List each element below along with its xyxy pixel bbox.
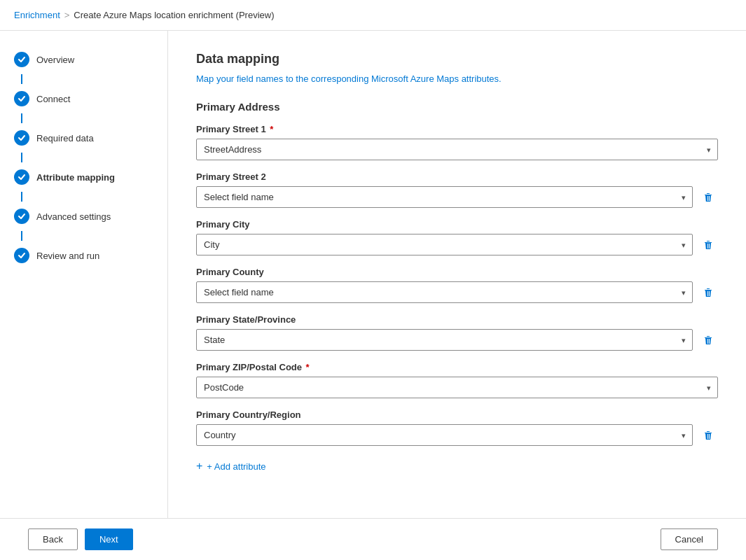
select-wrapper-country: Country ▾	[196, 424, 693, 446]
sidebar-item-review-and-run[interactable]: Review and run	[0, 241, 167, 270]
sidebar-item-review-and-run-label: Review and run	[36, 251, 99, 261]
select-wrapper-street-1: StreetAddress ▾	[196, 139, 718, 160]
label-primary-country: Primary Country/Region	[196, 410, 718, 420]
select-wrapper-state: State ▾	[196, 329, 693, 351]
sidebar-item-advanced-settings-label: Advanced settings	[36, 211, 111, 222]
step-connector-4	[21, 192, 22, 202]
sidebar-item-required-data-label: Required data	[36, 133, 94, 144]
sidebar-item-overview[interactable]: Overview	[0, 45, 167, 74]
section-desc: Map your field names to the correspondin…	[196, 74, 718, 84]
label-primary-state: Primary State/Province	[196, 314, 718, 325]
select-wrapper-street-2: Select field name ▾	[196, 186, 693, 208]
back-button[interactable]: Back	[28, 528, 78, 550]
select-primary-city[interactable]: City	[196, 234, 693, 255]
sidebar: Overview Connect Required data Attribute…	[0, 31, 168, 518]
step-connector-3	[21, 153, 22, 162]
field-row-city: City ▾	[196, 234, 718, 255]
select-primary-country[interactable]: Country	[196, 424, 693, 446]
field-row-county: Select field name ▾	[196, 281, 718, 303]
page-title: Create Azure Maps location enrichment (P…	[74, 10, 274, 20]
step-connector-5	[21, 231, 22, 241]
delete-primary-state-button[interactable]	[698, 330, 718, 350]
breadcrumb-separator: >	[64, 10, 70, 20]
sidebar-item-attribute-mapping-label: Attribute mapping	[36, 172, 115, 183]
sidebar-item-attribute-mapping[interactable]: Attribute mapping	[0, 162, 167, 192]
required-data-check-icon	[14, 130, 29, 146]
required-indicator: *	[270, 124, 273, 134]
field-row-street-1: StreetAddress ▾	[196, 139, 718, 160]
sidebar-item-connect-label: Connect	[36, 94, 70, 104]
step-connector-1	[21, 74, 22, 84]
breadcrumb-link[interactable]: Enrichment	[14, 10, 60, 20]
field-primary-country: Primary Country/Region Country ▾	[196, 410, 718, 446]
overview-check-icon	[14, 52, 29, 67]
field-row-state: State ▾	[196, 329, 718, 351]
field-primary-state: Primary State/Province State ▾	[196, 314, 718, 351]
field-primary-county: Primary County Select field name ▾	[196, 267, 718, 303]
delete-primary-county-button[interactable]	[698, 283, 718, 302]
next-button[interactable]: Next	[85, 528, 133, 550]
field-row-street-2: Select field name ▾	[196, 186, 718, 208]
field-primary-zip: Primary ZIP/Postal Code * PostCode ▾	[196, 362, 718, 398]
delete-primary-country-button[interactable]	[698, 426, 718, 445]
field-primary-street-1: Primary Street 1 * StreetAddress ▾	[196, 124, 718, 160]
sidebar-item-required-data[interactable]: Required data	[0, 123, 167, 153]
connect-check-icon	[14, 91, 29, 106]
footer: Back Next Cancel	[0, 518, 746, 560]
content-area: Data mapping Map your field names to the…	[168, 31, 746, 518]
select-wrapper-county: Select field name ▾	[196, 281, 693, 303]
sidebar-item-overview-label: Overview	[36, 55, 74, 65]
section-title: Data mapping	[196, 52, 718, 66]
field-row-country: Country ▾	[196, 424, 718, 446]
attribute-mapping-check-icon	[14, 169, 29, 185]
step-connector-2	[21, 113, 22, 123]
select-primary-county[interactable]: Select field name	[196, 281, 693, 303]
sidebar-item-connect[interactable]: Connect	[0, 84, 167, 113]
select-primary-street-1[interactable]: StreetAddress	[196, 139, 718, 160]
label-primary-street-1: Primary Street 1 *	[196, 124, 718, 134]
select-wrapper-zip: PostCode ▾	[196, 377, 718, 398]
field-row-zip: PostCode ▾	[196, 377, 718, 398]
field-primary-city: Primary City City ▾	[196, 219, 718, 255]
label-primary-zip: Primary ZIP/Postal Code *	[196, 362, 718, 372]
label-primary-street-2: Primary Street 2	[196, 172, 718, 182]
header: Enrichment > Create Azure Maps location …	[0, 0, 746, 31]
select-wrapper-city: City ▾	[196, 234, 693, 255]
label-primary-city: Primary City	[196, 219, 718, 230]
select-primary-zip[interactable]: PostCode	[196, 377, 718, 398]
delete-primary-city-button[interactable]	[698, 235, 718, 255]
footer-left-actions: Back Next	[28, 528, 133, 550]
field-primary-street-2: Primary Street 2 Select field name ▾	[196, 172, 718, 208]
delete-primary-street-2-button[interactable]	[698, 188, 718, 207]
plus-icon: +	[196, 460, 202, 472]
main-layout: Overview Connect Required data Attribute…	[0, 31, 746, 518]
sidebar-item-advanced-settings[interactable]: Advanced settings	[0, 202, 167, 231]
required-indicator-zip: *	[306, 362, 310, 372]
cancel-button[interactable]: Cancel	[661, 528, 718, 550]
select-primary-state[interactable]: State	[196, 329, 693, 351]
advanced-settings-check-icon	[14, 209, 29, 224]
add-attribute-label: + Add attribute	[207, 461, 265, 472]
add-attribute-button[interactable]: + + Add attribute	[196, 457, 718, 475]
select-primary-street-2[interactable]: Select field name	[196, 186, 693, 208]
subsection-title: Primary Address	[196, 101, 718, 113]
review-and-run-check-icon	[14, 248, 29, 263]
label-primary-county: Primary County	[196, 267, 718, 277]
footer-right-actions: Cancel	[661, 528, 718, 550]
